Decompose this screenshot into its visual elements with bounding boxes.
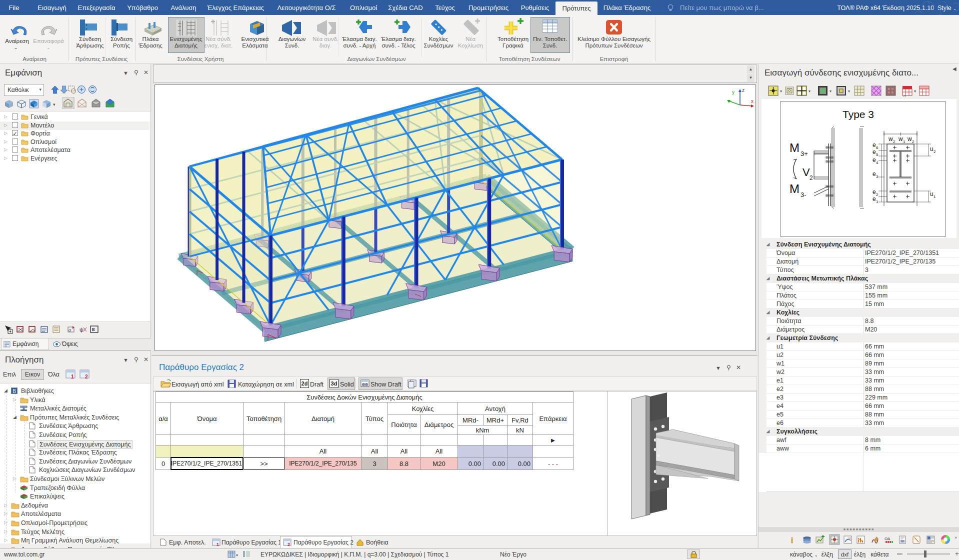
svg-text:d: d (68, 328, 70, 332)
svg-text:▾: ▾ (914, 89, 916, 94)
svg-text:E: E (92, 327, 95, 332)
svg-text:▾: ▾ (53, 102, 56, 107)
svg-text:w: w (888, 136, 893, 142)
svg-text:6: 6 (876, 146, 878, 150)
svg-text:▾: ▾ (236, 553, 238, 558)
svg-text:5: 5 (876, 152, 878, 157)
svg-text:ΟΔ: ΟΔ (884, 536, 890, 541)
svg-text:e: e (872, 156, 876, 164)
svg-text:2: 2 (912, 140, 914, 144)
svg-text:»: » (954, 535, 957, 540)
svg-text:2: 2 (810, 174, 813, 182)
svg-text:2: 2 (934, 150, 936, 154)
svg-text:N: N (848, 537, 850, 540)
svg-text:y: y (732, 90, 734, 95)
svg-text:e: e (872, 170, 876, 178)
svg-text:1: 1 (216, 542, 219, 546)
svg-text:2: 2 (288, 542, 290, 546)
svg-text:Type 3: Type 3 (842, 108, 874, 120)
svg-text:1: 1 (876, 200, 878, 204)
svg-text:e: e (872, 196, 876, 202)
svg-text:▾: ▾ (808, 89, 810, 94)
svg-text:ψ: ψ (80, 326, 84, 332)
svg-text:e: e (872, 188, 876, 196)
svg-text:w: w (907, 136, 912, 142)
svg-text:x: x (751, 98, 754, 104)
svg-text:w: w (898, 136, 903, 142)
svg-text:V: V (802, 166, 810, 178)
svg-text:▾: ▾ (848, 89, 850, 94)
svg-text:u: u (930, 146, 934, 152)
svg-text:2: 2 (85, 374, 88, 380)
svg-text:e: e (872, 142, 876, 148)
svg-text:M: M (790, 141, 800, 154)
svg-text:i: i (791, 536, 793, 544)
svg-text:3-: 3- (800, 191, 806, 198)
svg-text:z: z (742, 88, 744, 93)
svg-text:▾: ▾ (780, 89, 782, 94)
svg-text:2: 2 (876, 192, 878, 197)
svg-text:3+: 3+ (800, 150, 808, 158)
svg-text:1: 1 (903, 140, 906, 144)
svg-text:1: 1 (934, 194, 936, 199)
svg-text:u: u (930, 190, 934, 198)
svg-text:▾: ▾ (830, 89, 832, 94)
svg-text:1: 1 (71, 374, 74, 380)
svg-text:3: 3 (876, 174, 878, 179)
svg-text:2: 2 (893, 140, 896, 144)
svg-text:e: e (872, 148, 876, 156)
svg-text:M: M (790, 182, 800, 196)
svg-text:4: 4 (876, 160, 878, 165)
